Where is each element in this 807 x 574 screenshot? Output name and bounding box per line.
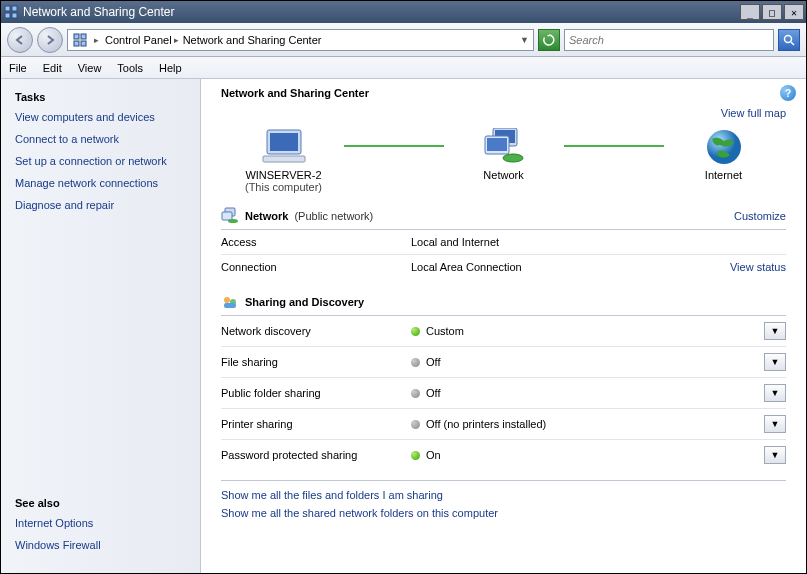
minimize-button[interactable]: _	[740, 4, 760, 20]
network-section-title: Network	[245, 210, 288, 222]
sharing-row-value: Custom	[426, 325, 464, 337]
link-line	[564, 145, 664, 147]
expand-button[interactable]: ▼	[764, 415, 786, 433]
footer-links: Show me all the files and folders I am s…	[221, 480, 786, 519]
network-section: Network (Public network) Customize Acces…	[221, 207, 786, 279]
maximize-button[interactable]: □	[762, 4, 782, 20]
computer-icon	[260, 127, 308, 167]
node-computer: WINSERVER-2 (This computer)	[224, 127, 344, 193]
expand-button[interactable]: ▼	[764, 384, 786, 402]
network-section-subtitle: (Public network)	[294, 210, 373, 222]
svg-rect-6	[74, 41, 79, 46]
sharing-icon	[221, 293, 239, 311]
led-off-icon	[411, 358, 420, 367]
svg-rect-1	[12, 6, 17, 11]
svg-point-8	[785, 35, 792, 42]
sharing-section: Sharing and Discovery Network discovery …	[221, 293, 786, 470]
expand-button[interactable]: ▼	[764, 446, 786, 464]
sharing-row-value: Off (no printers installed)	[426, 418, 546, 430]
breadcrumb: Control Panel▸ Network and Sharing Cente…	[105, 34, 514, 46]
expand-button[interactable]: ▼	[764, 322, 786, 340]
breadcrumb-control-panel[interactable]: Control Panel	[105, 34, 172, 46]
seealso-internet-options[interactable]: Internet Options	[15, 517, 186, 529]
globe-icon	[700, 127, 748, 167]
svg-rect-12	[263, 156, 305, 162]
sharing-row-value: On	[426, 449, 441, 461]
svg-line-9	[791, 42, 794, 45]
page-title: Network and Sharing Center	[221, 87, 786, 99]
svg-rect-24	[224, 303, 236, 308]
sidebar: Tasks View computers and devices Connect…	[1, 79, 201, 573]
connection-value: Local Area Connection	[411, 261, 522, 273]
led-off-icon	[411, 420, 420, 429]
menu-tools[interactable]: Tools	[117, 62, 143, 74]
chevron-right-icon: ▸	[174, 35, 179, 45]
svg-rect-16	[487, 138, 507, 151]
svg-rect-20	[222, 212, 232, 220]
access-value: Local and Internet	[411, 236, 786, 248]
sharing-row-value: Off	[426, 356, 440, 368]
customize-link[interactable]: Customize	[734, 210, 786, 222]
led-off-icon	[411, 389, 420, 398]
expand-button[interactable]: ▼	[764, 353, 786, 371]
svg-point-17	[503, 154, 523, 162]
view-status-link[interactable]: View status	[730, 261, 786, 273]
svg-point-21	[228, 219, 238, 223]
svg-rect-4	[74, 34, 79, 39]
task-setup-connection[interactable]: Set up a connection or network	[15, 155, 186, 167]
node-network: Network	[444, 127, 564, 193]
node-internet-label: Internet	[705, 169, 742, 181]
network-map: WINSERVER-2 (This computer) Network	[221, 127, 786, 193]
node-computer-sublabel: (This computer)	[245, 181, 322, 193]
view-full-map-link[interactable]: View full map	[221, 107, 786, 119]
navigation-bar: ▸ Control Panel▸ Network and Sharing Cen…	[1, 23, 806, 57]
svg-rect-11	[270, 133, 298, 151]
menu-view[interactable]: View	[78, 62, 102, 74]
task-view-computers[interactable]: View computers and devices	[15, 111, 186, 123]
sharing-row-label: File sharing	[221, 356, 411, 368]
search-button[interactable]	[778, 29, 800, 51]
show-shared-files-link[interactable]: Show me all the files and folders I am s…	[221, 489, 786, 501]
back-button[interactable]	[7, 27, 33, 53]
chevron-right-icon: ▸	[94, 35, 99, 45]
address-dropdown-icon[interactable]: ▼	[520, 35, 529, 45]
led-on-icon	[411, 327, 420, 336]
link-line	[344, 145, 444, 147]
menu-edit[interactable]: Edit	[43, 62, 62, 74]
sharing-row-label: Public folder sharing	[221, 387, 411, 399]
main-panel: ? Network and Sharing Center View full m…	[201, 79, 806, 573]
show-shared-folders-link[interactable]: Show me all the shared network folders o…	[221, 507, 786, 519]
menu-file[interactable]: File	[9, 62, 27, 74]
svg-rect-5	[81, 34, 86, 39]
address-bar[interactable]: ▸ Control Panel▸ Network and Sharing Cen…	[67, 29, 534, 51]
connection-label: Connection	[221, 261, 411, 273]
titlebar: Network and Sharing Center _ □ ✕	[1, 1, 806, 23]
svg-rect-7	[81, 41, 86, 46]
seealso-heading: See also	[15, 497, 186, 509]
menu-help[interactable]: Help	[159, 62, 182, 74]
close-button[interactable]: ✕	[784, 4, 804, 20]
refresh-button[interactable]	[538, 29, 560, 51]
seealso-windows-firewall[interactable]: Windows Firewall	[15, 539, 186, 551]
breadcrumb-current[interactable]: Network and Sharing Center	[183, 34, 322, 46]
menu-bar: File Edit View Tools Help	[1, 57, 806, 79]
help-icon[interactable]: ?	[780, 85, 796, 101]
sharing-section-title: Sharing and Discovery	[245, 296, 364, 308]
svg-rect-3	[12, 13, 17, 18]
network-small-icon	[221, 207, 239, 225]
task-diagnose-repair[interactable]: Diagnose and repair	[15, 199, 186, 211]
task-connect-network[interactable]: Connect to a network	[15, 133, 186, 145]
forward-button[interactable]	[37, 27, 63, 53]
search-input[interactable]	[565, 34, 773, 46]
node-computer-label: WINSERVER-2	[245, 169, 321, 181]
sharing-row-label: Network discovery	[221, 325, 411, 337]
window-title: Network and Sharing Center	[23, 5, 740, 19]
svg-point-18	[707, 130, 741, 164]
network-center-icon	[3, 4, 19, 20]
sharing-row-label: Password protected sharing	[221, 449, 411, 461]
task-manage-connections[interactable]: Manage network connections	[15, 177, 186, 189]
access-label: Access	[221, 236, 411, 248]
search-box	[564, 29, 774, 51]
sharing-row-label: Printer sharing	[221, 418, 411, 430]
sharing-row-value: Off	[426, 387, 440, 399]
